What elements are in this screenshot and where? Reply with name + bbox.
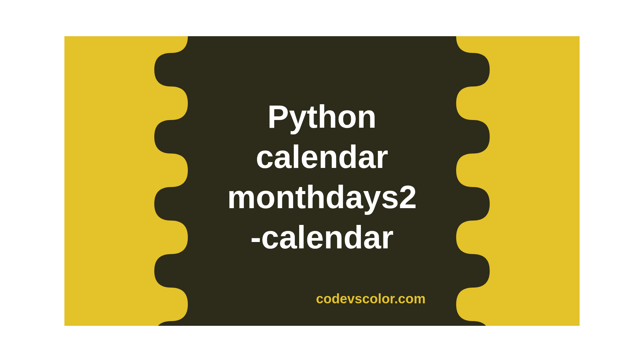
title-line-4: -calendar (205, 217, 439, 257)
banner-title: Python calendar monthdays2 -calendar (205, 97, 439, 257)
title-line-2: calendar (205, 137, 439, 177)
watermark-text: codevscolor.com (316, 291, 426, 306)
title-line-1: Python (205, 97, 439, 137)
hero-banner: Python calendar monthdays2 -calendar cod… (64, 36, 580, 326)
title-line-3: monthdays2 (205, 177, 439, 217)
